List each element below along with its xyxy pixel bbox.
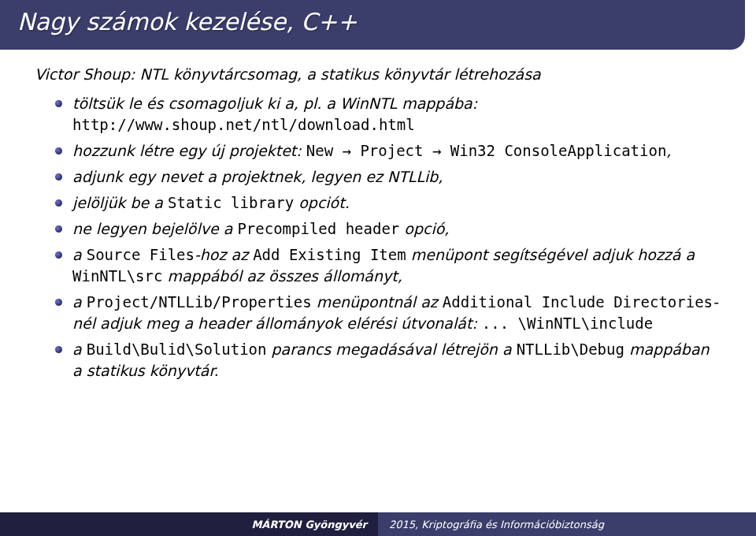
code-text: Build\Bulid\Solution [87, 341, 267, 358]
code-text: Static library [168, 194, 294, 211]
slide-title: Nagy számok kezelése, C++ [0, 0, 745, 50]
code-text: WinNTL\src [72, 267, 162, 285]
code-text: Source Files [87, 246, 195, 263]
list-item: jelöljük be a Static library opciót. [55, 192, 721, 214]
text: opció, [399, 220, 449, 237]
list-item: ne legyen bejelölve a Precompiled header… [55, 218, 721, 240]
code-text: New → Project → Win32 ConsoleApplication [306, 142, 667, 159]
bullet-list: töltsük le és csomagoljuk ki a, pl. a Wi… [55, 93, 721, 382]
code-text: NTLLib\Debug [517, 341, 624, 358]
text: menüpont segítségével adjuk hozzá a [406, 246, 695, 263]
text: a [72, 341, 87, 358]
text: töltsük le és csomagoljuk ki a, pl. a Wi… [72, 95, 477, 112]
text: opciót. [294, 194, 350, 211]
slide: Nagy számok kezelése, C++ Victor Shoup: … [0, 0, 756, 536]
code-text: Project/NTLLib/Properties [87, 293, 312, 311]
code-text: Precompiled header [237, 220, 399, 237]
list-item: töltsük le és csomagoljuk ki a, pl. a Wi… [55, 93, 721, 136]
text: jelöljük be a [72, 194, 168, 211]
list-item: hozzunk létre egy új projektet: New → Pr… [55, 140, 721, 162]
footer: MÁRTON Gyöngyvér 2015, Kriptográfia és I… [0, 512, 756, 536]
text: adjunk egy nevet a projektnek, legyen ez… [72, 168, 443, 185]
text: -hoz az [195, 246, 253, 263]
url-text: http://www.shoup.net/ntl/download.html [72, 116, 415, 133]
list-item: a Source Files-hoz az Add Existing Item … [55, 244, 721, 287]
list-item: a Project/NTLLib/Properties menüpontnál … [55, 292, 721, 334]
footer-author: MÁRTON Gyöngyvér [0, 512, 378, 536]
slide-content: Victor Shoup: NTL könyvtárcsomag, a stat… [0, 54, 756, 512]
text: ne legyen bejelölve a [72, 220, 237, 237]
text: hozzunk létre egy új projektet: [72, 142, 306, 159]
text: a [72, 293, 87, 311]
text: mappából az összes állományt, [162, 267, 402, 285]
code-text: Add Existing Item [253, 246, 406, 263]
text: a [72, 246, 87, 263]
list-item: a Build\Bulid\Solution parancs megadásáv… [55, 339, 721, 382]
list-item: adjunk egy nevet a projektnek, legyen ez… [55, 166, 721, 188]
text: parancs megadásával létrejön a [266, 341, 516, 358]
text: menüpontnál az [312, 293, 443, 311]
text: , [666, 142, 671, 159]
code-text: ... \WinNTL\include [482, 315, 653, 332]
footer-course: 2015, Kriptográfia és Információbiztonsá… [378, 512, 756, 536]
intro-line: Victor Shoup: NTL könyvtárcsomag, a stat… [35, 64, 721, 85]
code-text: Additional Include Directories [443, 293, 713, 311]
